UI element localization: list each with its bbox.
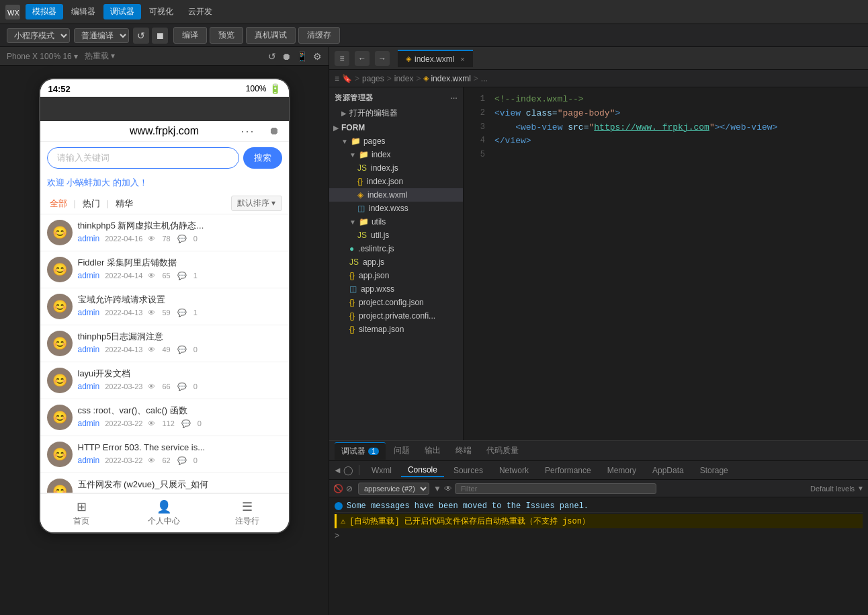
list-item[interactable]: 😊 thinkphp5 新网虚拟主机伪静态... admin 2022-04-1…	[40, 214, 289, 251]
default-levels-label[interactable]: Default levels	[810, 485, 855, 493]
filter-tab-all[interactable]: 全部	[47, 196, 70, 211]
toolbar-debugger-btn[interactable]: 调试器	[103, 4, 141, 19]
service-refresh-icon[interactable]: ▼	[433, 484, 441, 493]
app-js-file[interactable]: JS app.js	[329, 255, 463, 269]
index-wxml-file[interactable]: ◈ index.wxml	[329, 188, 463, 202]
list-item-author[interactable]: admin	[78, 345, 100, 354]
breadcrumb-index[interactable]: index	[394, 74, 414, 83]
list-item[interactable]: 😊 Fiddler 采集阿里店铺数据 admin 2022-04-14 👁65 …	[40, 251, 289, 288]
debug-tab-appdata[interactable]: AppData	[646, 464, 691, 477]
list-item-author[interactable]: admin	[78, 308, 100, 317]
stop-btn[interactable]: ⏹	[152, 28, 168, 44]
list-item[interactable]: 😊 五件网发布 (w2vue)_只展示_如何	[40, 473, 289, 493]
refresh-btn[interactable]: ↺	[133, 28, 149, 44]
record-circle-icon[interactable]: ⏺	[281, 51, 291, 62]
list-item-title: HTTP Error 503. The service is...	[78, 442, 282, 454]
util-js-file[interactable]: JS util.js	[329, 229, 463, 242]
toolbar-simulator-btn[interactable]: 模拟器	[26, 4, 63, 19]
list-item[interactable]: 😊 layui开发文档 admin 2022-03-23 👁66 💬0	[40, 362, 289, 399]
nav-profile[interactable]: 👤 个人中心	[123, 494, 206, 532]
filter-tab-hot[interactable]: 热门	[80, 196, 103, 211]
toolbar-editor-btn[interactable]: 编辑器	[64, 4, 102, 19]
more-actions-icon[interactable]: ···	[450, 94, 458, 102]
debug-tab-performance[interactable]: Performance	[538, 464, 598, 477]
index-folder[interactable]: ▼ 📁 index	[329, 148, 463, 161]
eslintrc-file[interactable]: ● .eslintrc.js	[329, 242, 463, 255]
console-prompt[interactable]: >	[335, 530, 863, 543]
compile-select[interactable]: 普通编译	[74, 28, 129, 43]
tab-problems[interactable]: 问题	[387, 442, 417, 459]
debug-tab-sources[interactable]: Sources	[447, 464, 490, 477]
tab-terminal[interactable]: 终端	[449, 442, 478, 459]
index-json-file[interactable]: {} index.json	[329, 175, 463, 188]
debug-tab-storage[interactable]: Storage	[693, 464, 735, 477]
toolbar-visual-btn[interactable]: 可视化	[142, 4, 180, 19]
clear-cache-btn[interactable]: 清缓存	[298, 27, 340, 44]
tab-code-quality[interactable]: 代码质量	[480, 442, 525, 459]
debug-circle-icon[interactable]: ◯	[343, 465, 353, 475]
preview-btn[interactable]: 预览	[210, 27, 243, 44]
code-content-1: <!--index.wxml-->	[494, 93, 863, 107]
list-item[interactable]: 😊 thinphp5日志漏洞注意 admin 2022-04-13 👁49 💬0	[40, 325, 289, 362]
project-private-file[interactable]: {} project.private.confi...	[329, 309, 463, 323]
debug-tab-wxml[interactable]: Wxml	[365, 464, 398, 477]
utils-folder[interactable]: ▼ 📁 utils	[329, 215, 463, 229]
tab-output[interactable]: 输出	[418, 442, 447, 459]
list-item-date: 2022-03-22	[105, 456, 142, 464]
list-item-author[interactable]: admin	[78, 382, 100, 391]
index-js-file[interactable]: JS index.js	[329, 161, 463, 175]
form-root-folder[interactable]: ▶ FORM	[329, 121, 463, 134]
more-dots-icon[interactable]: ···	[241, 124, 255, 138]
service-select[interactable]: appservice (#2)	[358, 483, 429, 495]
reload-icon[interactable]: ↺	[268, 51, 276, 62]
menu-lines-icon[interactable]: ≡	[335, 51, 349, 66]
open-editors-section[interactable]: ▶ 打开的编辑器	[329, 106, 463, 121]
list-item-author[interactable]: admin	[78, 234, 100, 243]
list-item-author[interactable]: admin	[78, 419, 100, 428]
tab-close-icon[interactable]: ×	[460, 55, 464, 63]
settings-icon[interactable]: ⚙	[313, 51, 322, 62]
debug-tab-network[interactable]: Network	[492, 464, 535, 477]
debug-tab-memory[interactable]: Memory	[601, 464, 643, 477]
list-item-author[interactable]: admin	[78, 456, 100, 465]
tab-debugger[interactable]: 调试器 1	[335, 442, 386, 460]
list-item[interactable]: 😊 HTTP Error 503. The service is... admi…	[40, 436, 289, 473]
nav-guide[interactable]: ☰ 注导行	[206, 494, 288, 532]
breadcrumb-more[interactable]: ...	[481, 74, 488, 83]
project-config-file[interactable]: {} project.config.json	[329, 296, 463, 309]
console-clear-icon[interactable]: 🚫	[333, 484, 343, 493]
compile-btn[interactable]: 编译	[173, 27, 207, 44]
app-json-file[interactable]: {} app.json	[329, 269, 463, 282]
eye-toggle-icon[interactable]: 👁	[444, 484, 452, 493]
menu-icon: ☰	[242, 499, 253, 514]
record-btn-icon[interactable]: ⏺	[269, 125, 279, 137]
list-item[interactable]: 😊 css :root、var()、calc() 函数 admin 2022-0…	[40, 399, 289, 436]
breadcrumb-pages[interactable]: pages	[362, 74, 384, 83]
phone-icon[interactable]: 📱	[296, 51, 308, 62]
editor-tab-index-wxml[interactable]: ◈ index.wxml ×	[398, 50, 473, 67]
list-item[interactable]: 😊 宝域允许跨域请求设置 admin 2022-04-13 👁59 💬1	[40, 288, 289, 325]
console-filter-input[interactable]	[455, 483, 656, 494]
phone-sort-select[interactable]: 默认排序 ▾	[231, 196, 281, 211]
device-debug-btn[interactable]: 真机调试	[246, 27, 296, 44]
sitemap-file[interactable]: {} sitemap.json	[329, 323, 463, 336]
phone-search-input[interactable]: 请输入关键词	[47, 147, 239, 169]
toolbar-cloud-btn[interactable]: 云开发	[181, 4, 219, 19]
app-wxss-file[interactable]: ◫ app.wxss	[329, 282, 463, 296]
pages-folder[interactable]: ▼ 📁 pages	[329, 134, 463, 148]
debug-tab-console[interactable]: Console	[401, 464, 444, 477]
line-number: 3	[469, 121, 485, 134]
index-wxss-file[interactable]: ◫ index.wxss	[329, 202, 463, 215]
nav-back-icon[interactable]: ←	[355, 51, 370, 66]
nav-home[interactable]: ⊞ 首页	[40, 494, 123, 532]
list-item-author[interactable]: admin	[78, 271, 100, 280]
console-filter-icon[interactable]: ⊘	[346, 484, 353, 493]
phone-search-button[interactable]: 搜索	[243, 147, 282, 169]
welcome-user[interactable]: 小蜗蚌加大	[67, 177, 110, 188]
breadcrumb-file[interactable]: ◈ index.wxml	[423, 74, 470, 83]
nav-forward-icon[interactable]: →	[375, 51, 390, 66]
filter-tab-featured[interactable]: 精华	[113, 196, 136, 211]
debug-left-icon[interactable]: ◄	[333, 465, 342, 475]
mode-select[interactable]: 小程序模式	[7, 28, 70, 43]
code-editor[interactable]: 1 <!--index.wxml--> 2 <view class="page-…	[464, 87, 868, 440]
